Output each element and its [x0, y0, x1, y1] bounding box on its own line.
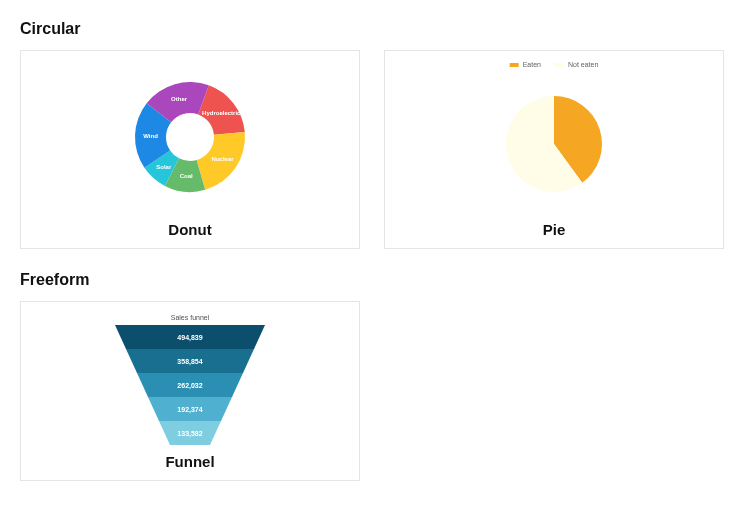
pie-chart: Eaten Not eaten — [393, 61, 715, 213]
pie-legend-label: Eaten — [523, 61, 541, 68]
funnel-segment: 133,582 — [159, 421, 221, 445]
pie-legend: Eaten Not eaten — [510, 61, 599, 68]
circular-row: HydroelectricNuclearCoalSolarWindOther D… — [20, 50, 727, 249]
pie-legend-item-noteaten: Not eaten — [555, 61, 598, 68]
funnel-segment: 192,374 — [148, 397, 232, 421]
pie-card[interactable]: Eaten Not eaten Pie — [384, 50, 724, 249]
legend-swatch-icon — [510, 63, 519, 67]
pie-legend-label: Not eaten — [568, 61, 598, 68]
pie-card-title: Pie — [543, 221, 566, 238]
donut-card-title: Donut — [168, 221, 211, 238]
freeform-row: Sales funnel 494,839358,854262,032192,37… — [20, 301, 727, 481]
page: Circular HydroelectricNuclearCoalSolarWi… — [0, 0, 747, 512]
funnel-segment: 494,839 — [115, 325, 265, 349]
section-freeform-title: Freeform — [20, 271, 727, 289]
funnel-chart-title: Sales funnel — [29, 314, 351, 321]
section-circular-title: Circular — [20, 20, 727, 38]
donut-slice — [197, 132, 245, 190]
funnel-chart: Sales funnel 494,839358,854262,032192,37… — [29, 312, 351, 445]
funnel-card-title: Funnel — [165, 453, 214, 470]
pie-svg — [494, 84, 614, 204]
funnel-segment: 262,032 — [137, 373, 243, 397]
donut-svg — [115, 62, 265, 212]
funnel-card[interactable]: Sales funnel 494,839358,854262,032192,37… — [20, 301, 360, 481]
legend-swatch-icon — [555, 63, 564, 67]
donut-chart: HydroelectricNuclearCoalSolarWindOther — [29, 61, 351, 213]
funnel-stack: 494,839358,854262,032192,374133,582 — [29, 325, 351, 445]
funnel-segment: 358,854 — [126, 349, 254, 373]
donut-card[interactable]: HydroelectricNuclearCoalSolarWindOther D… — [20, 50, 360, 249]
pie-legend-item-eaten: Eaten — [510, 61, 541, 68]
